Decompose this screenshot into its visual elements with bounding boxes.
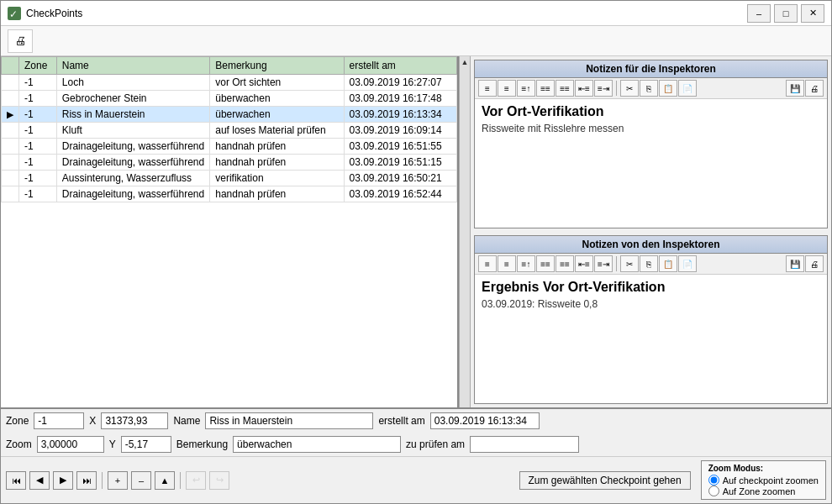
nav-up-button[interactable]: ▲ <box>155 471 175 490</box>
nav-redo-button[interactable]: ↪ <box>209 471 229 490</box>
row-indicator <box>2 139 19 155</box>
format-btn-6[interactable]: ⇤≡ <box>575 80 593 97</box>
format-btn-3[interactable]: ≡↑ <box>517 80 535 97</box>
cell-bemerkung: vor Ort sichten <box>210 75 344 91</box>
close-button[interactable]: ✕ <box>801 4 824 23</box>
copy-btn-f[interactable]: ⎘ <box>640 255 658 272</box>
table-row[interactable]: -1Lochvor Ort sichten03.09.2019 16:27:07 <box>2 75 457 91</box>
goto-checkpoint-button[interactable]: Zum gewählten Checkpoint gehen <box>519 471 691 490</box>
main-content: Zone Name Bemerkung erstellt am -1Lochvo… <box>1 56 831 407</box>
nav-next-button[interactable]: ▶ <box>53 471 73 490</box>
format-btn-f2[interactable]: ≡ <box>498 255 516 272</box>
col-zone-header[interactable]: Zone <box>19 57 57 75</box>
row-indicator <box>2 155 19 171</box>
nav-add-button[interactable]: + <box>108 471 128 490</box>
row-indicator <box>2 91 19 107</box>
notes-for-inspectors-header: Notizen für die Inspektoren <box>475 60 827 78</box>
paste-btn[interactable]: 📋 <box>659 80 677 97</box>
format-btn-f1[interactable]: ≡ <box>478 255 497 272</box>
table-container[interactable]: Zone Name Bemerkung erstellt am -1Lochvo… <box>1 56 457 407</box>
paste-btn-f[interactable]: 📋 <box>659 255 677 272</box>
format-btn-f6[interactable]: ⇤≡ <box>575 255 593 272</box>
scroll-up-arrow[interactable]: ▲ <box>461 58 469 66</box>
clipboard-btn-f[interactable]: 📄 <box>678 255 697 272</box>
table-row[interactable]: -1Kluftauf loses Material prüfen03.09.20… <box>2 123 457 139</box>
notes-for-inspectors-title: Vor Ort-Verifikation <box>482 104 820 119</box>
erstellt-input[interactable] <box>430 412 540 429</box>
table-row[interactable]: -1Drainageleitung, wasserführendhandnah … <box>2 155 457 171</box>
notes-from-inspectors-toolbar: ≡ ≡ ≡↑ ≡≡ ≡≡ ⇤≡ ≡⇥ ✂ ⎘ 📋 📄 💾 🖨 <box>475 254 827 275</box>
cell-zone: -1 <box>19 155 57 171</box>
notes-from-inspectors-header: Notizen von den Inspektoren <box>475 236 827 254</box>
print-button[interactable]: 🖨 <box>8 29 33 53</box>
format-btn-f4[interactable]: ≡≡ <box>536 255 555 272</box>
table-row[interactable]: ▶-1Riss in Mauersteinüberwachen03.09.201… <box>2 107 457 123</box>
print-notes-from-btn[interactable]: 🖨 <box>805 255 824 272</box>
toolbar: 🖨 <box>1 26 831 56</box>
cell-erstellt: 03.09.2019 16:17:48 <box>344 91 456 107</box>
scroll-divider: ▲ <box>459 56 471 407</box>
nav-last-button[interactable]: ⏭ <box>76 471 97 490</box>
y-input[interactable] <box>121 436 171 453</box>
minimize-button[interactable]: – <box>747 4 771 23</box>
format-btn-7[interactable]: ≡⇥ <box>594 80 613 97</box>
nav-first-button[interactable]: ⏮ <box>6 471 26 490</box>
status-fields-2: Zoom Y Bemerkung zu prüfen am <box>1 433 831 456</box>
table-row[interactable]: -1Drainageleitung, wasserführendhandnah … <box>2 186 457 202</box>
zoom-checkpoint-label: Auf checkpoint zoomen <box>723 475 819 486</box>
cell-bemerkung: verifikation <box>210 171 344 186</box>
zoom-zone-option[interactable]: Auf Zone zoomen <box>708 486 819 496</box>
name-label: Name <box>173 415 200 427</box>
format-btn-f5[interactable]: ≡≡ <box>556 255 574 272</box>
format-btn-f7[interactable]: ≡⇥ <box>594 255 613 272</box>
cell-erstellt: 03.09.2019 16:09:14 <box>344 123 456 139</box>
y-label: Y <box>109 438 116 450</box>
nav-remove-button[interactable]: – <box>131 471 151 490</box>
zone-input[interactable] <box>34 412 84 429</box>
format-btn-5[interactable]: ≡≡ <box>556 80 574 97</box>
format-btn-4[interactable]: ≡≡ <box>536 80 555 97</box>
col-bemerkung-header[interactable]: Bemerkung <box>210 57 344 75</box>
row-indicator <box>2 186 19 202</box>
cell-name: Drainageleitung, wasserführend <box>56 186 209 202</box>
notes-for-inspectors-section: Notizen für die Inspektoren ≡ ≡ ≡↑ ≡≡ ≡≡… <box>474 60 828 228</box>
maximize-button[interactable]: □ <box>774 4 798 23</box>
zoom-input[interactable] <box>37 436 104 453</box>
x-label: X <box>89 415 96 427</box>
nav-undo-button[interactable]: ↩ <box>186 471 206 490</box>
name-input[interactable] <box>205 412 373 429</box>
col-erstellt-header[interactable]: erstellt am <box>344 57 456 75</box>
title-bar: ✓ CheckPoints – □ ✕ <box>1 1 831 26</box>
zoom-checkpoint-radio[interactable] <box>708 475 719 486</box>
cut-btn[interactable]: ✂ <box>620 80 639 97</box>
title-bar-left: ✓ CheckPoints <box>8 7 82 20</box>
table-row[interactable]: -1Aussinterung, Wasserzuflussverifikatio… <box>2 171 457 186</box>
cut-btn-f[interactable]: ✂ <box>620 255 639 272</box>
checkpoints-table: Zone Name Bemerkung erstellt am -1Lochvo… <box>1 56 457 202</box>
save-notes-btn[interactable]: 💾 <box>786 80 804 97</box>
table-row[interactable]: -1Drainageleitung, wasserführendhandnah … <box>2 139 457 155</box>
right-panel: Notizen für die Inspektoren ≡ ≡ ≡↑ ≡≡ ≡≡… <box>471 56 831 407</box>
format-btn-2[interactable]: ≡ <box>498 80 516 97</box>
format-btn-f3[interactable]: ≡↑ <box>517 255 535 272</box>
format-btn-1[interactable]: ≡ <box>478 80 497 97</box>
save-notes-from-btn[interactable]: 💾 <box>786 255 804 272</box>
nav-sep-2 <box>180 472 181 489</box>
clipboard-btn[interactable]: 📄 <box>678 80 697 97</box>
cell-zone: -1 <box>19 91 57 107</box>
x-input[interactable] <box>101 412 168 429</box>
svg-text:✓: ✓ <box>9 8 18 20</box>
row-indicator <box>2 123 19 139</box>
copy-btn[interactable]: ⎘ <box>640 80 658 97</box>
zoom-checkpoint-option[interactable]: Auf checkpoint zoomen <box>708 475 819 486</box>
bemerkung-input[interactable] <box>233 436 401 453</box>
zoom-zone-radio[interactable] <box>708 486 719 496</box>
col-name-header[interactable]: Name <box>56 57 209 75</box>
table-row[interactable]: -1Gebrochener Steinüberwachen03.09.2019 … <box>2 91 457 107</box>
print-notes-btn[interactable]: 🖨 <box>805 80 824 97</box>
prufen-input[interactable] <box>470 436 579 453</box>
notes-for-inspectors-text: Rissweite mit Risslehre messen <box>482 123 820 134</box>
nav-prev-button[interactable]: ◀ <box>29 471 50 490</box>
cell-bemerkung: handnah prüfen <box>210 186 344 202</box>
nav-sep <box>102 472 103 489</box>
